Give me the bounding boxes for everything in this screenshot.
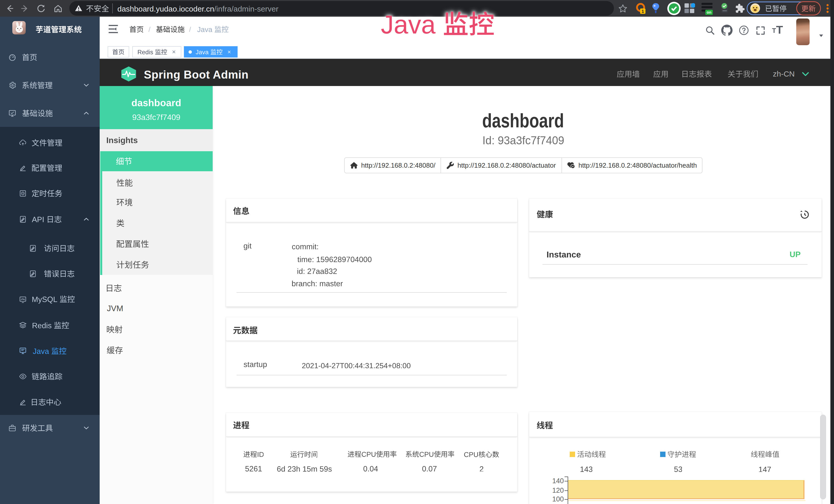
svg-text:1: 1 xyxy=(642,9,644,14)
svg-text:on: on xyxy=(707,10,711,15)
